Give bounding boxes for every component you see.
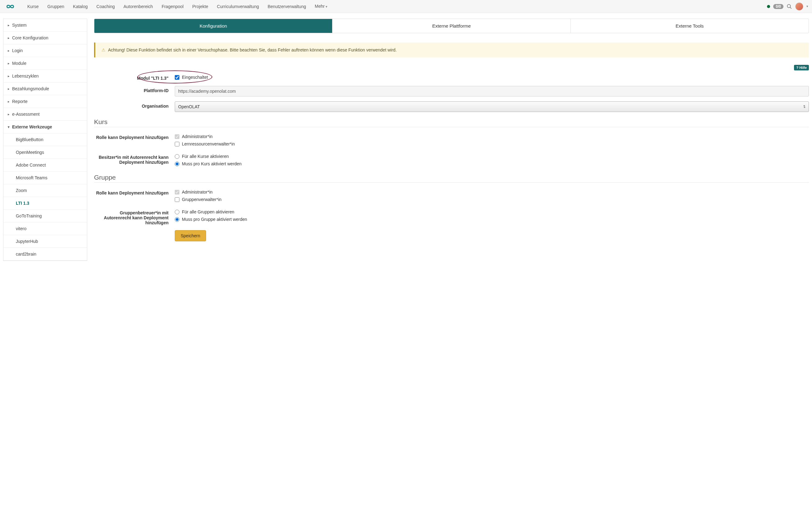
kurs-role-label: Rolle kann Deployment hinzufügen [94,133,175,140]
sidebar-sub-adobe-connect[interactable]: Adobe Connect [3,159,87,172]
organisation-label: Organisation [94,102,175,109]
module-enabled-checkbox[interactable]: Eingeschaltet [175,73,208,81]
sidebar: System Core Konfiguration Login Module L… [3,19,87,261]
kurs-role-lrv-label: Lernressourcenverwalter*in [182,142,235,146]
kurs-owner-per-label: Muss pro Kurs aktiviert werden [182,161,242,166]
nav-projekte[interactable]: Projekte [188,0,212,13]
kurs-owner-all[interactable]: Für alle Kurse aktivieren [175,152,809,160]
gruppe-coach-all-label: Für alle Gruppen aktivieren [182,210,234,214]
gruppe-coach-per[interactable]: Muss pro Gruppe aktiviert werden [175,216,809,223]
sidebar-item-lebenszyklen[interactable]: Lebenszyklen [3,70,87,83]
gruppe-role-grv[interactable]: Gruppenverwalter*in [175,196,809,203]
nav-curriculumverwaltung[interactable]: Curriculumverwaltung [213,0,263,13]
gruppe-role-admin-input[interactable] [175,190,179,195]
warning-text: Achtung! Diese Funktion befindet sich in… [108,48,397,52]
sidebar-sub-microsoft-teams[interactable]: Microsoft Teams [3,172,87,184]
gruppe-heading: Gruppe [94,174,809,181]
sidebar-item-reporte[interactable]: Reporte [3,95,87,108]
kurs-owner-label: Besitzer*in mit Autorenrecht kann Deploy… [94,152,175,165]
sidebar-sub-openmeetings[interactable]: OpenMeetings [3,146,87,159]
module-label: Modul "LTI 1.3" [94,73,175,80]
search-icon[interactable] [787,4,792,9]
sidebar-sub-zoom[interactable]: Zoom [3,184,87,197]
gruppe-role-admin[interactable]: Administrator*in [175,188,809,196]
gruppe-coach-all-input[interactable] [175,210,179,214]
sidebar-sub-card2brain[interactable]: card2brain [3,248,87,260]
module-enabled-input[interactable] [175,75,179,80]
tab-bar: Konfiguration Externe Plattforme Externe… [94,19,809,33]
nav-kurse[interactable]: Kurse [23,0,43,13]
sidebar-sub-jupyterhub[interactable]: JupyterHub [3,235,87,248]
kurs-role-lrv-input[interactable] [175,142,179,146]
kurs-owner-all-label: Für alle Kurse aktivieren [182,154,229,159]
tab-externe-plattforme[interactable]: Externe Plattforme [332,19,570,33]
nav-coaching[interactable]: Coaching [92,0,119,13]
save-button[interactable]: Speichern [175,230,206,241]
sidebar-item-bezahlungsmodule[interactable]: Bezahlungsmodule [3,83,87,95]
sidebar-sub-lti13[interactable]: LTI 1.3 [3,197,87,210]
help-button[interactable]: Hilfe [794,65,809,70]
module-enabled-label: Eingeschaltet [182,75,208,80]
svg-point-0 [787,4,791,8]
kurs-heading: Kurs [94,118,809,126]
counter-badge[interactable]: 0/0 [773,4,783,9]
infinity-logo-icon [4,2,17,11]
logo[interactable] [4,2,17,11]
kurs-owner-per[interactable]: Muss pro Kurs aktiviert werden [175,160,809,167]
nav-right: 0/0 ▾ [767,2,808,11]
status-indicator-icon [767,5,770,8]
tab-konfiguration[interactable]: Konfiguration [94,19,332,33]
gruppe-role-grv-input[interactable] [175,197,179,202]
platform-id-label: Plattform-ID [94,86,175,93]
warning-alert: ⚠ Achtung! Diese Funktion befindet sich … [94,42,809,57]
sidebar-item-system[interactable]: System [3,19,87,32]
platform-id-input[interactable] [175,86,809,96]
main-content: Konfiguration Externe Plattforme Externe… [94,19,809,246]
sidebar-sub-bigbluebutton[interactable]: BigBlueButton [3,133,87,146]
gruppe-role-grv-label: Gruppenverwalter*in [182,197,222,202]
nav-items: Kurse Gruppen Katalog Coaching Autorenbe… [23,0,767,13]
gruppe-role-label: Rolle kann Deployment hinzufügen [94,188,175,195]
nav-benutzerverwaltung[interactable]: Benutzerverwaltung [263,0,311,13]
kurs-role-admin-label: Administrator*in [182,134,213,139]
sidebar-item-e-assessment[interactable]: e-Assessment [3,108,87,121]
svg-line-1 [790,7,792,9]
nav-gruppen[interactable]: Gruppen [43,0,69,13]
nav-more[interactable]: Mehr [311,0,332,13]
kurs-role-lrv[interactable]: Lernressourcenverwalter*in [175,140,809,148]
gruppe-coach-all[interactable]: Für alle Gruppen aktivieren [175,208,809,216]
sidebar-sub-vitero[interactable]: vitero [3,222,87,235]
sidebar-item-login[interactable]: Login [3,44,87,57]
sidebar-item-core-konfiguration[interactable]: Core Konfiguration [3,32,87,44]
section-divider [94,182,809,183]
sidebar-sub-gototraining[interactable]: GoToTraining [3,210,87,222]
gruppe-coach-per-input[interactable] [175,217,179,222]
user-avatar[interactable] [795,2,803,11]
sidebar-item-externe-werkzeuge[interactable]: Externe Werkzeuge [3,121,87,133]
nav-katalog[interactable]: Katalog [69,0,92,13]
warning-icon: ⚠ [102,48,106,52]
gruppe-role-admin-label: Administrator*in [182,190,213,195]
user-menu-caret-icon[interactable]: ▾ [807,4,808,8]
organisation-select[interactable]: OpenOLAT [175,102,809,112]
kurs-owner-per-input[interactable] [175,162,179,166]
nav-fragenpool[interactable]: Fragenpool [157,0,188,13]
sidebar-item-module[interactable]: Module [3,57,87,70]
kurs-owner-all-input[interactable] [175,154,179,159]
kurs-role-admin-input[interactable] [175,134,179,139]
gruppe-coach-per-label: Muss pro Gruppe aktiviert werden [182,217,247,222]
kurs-role-admin[interactable]: Administrator*in [175,133,809,140]
tab-externe-tools[interactable]: Externe Tools [571,19,809,33]
gruppe-coach-label: Gruppenbetreuer*in mit Autorenrecht kann… [94,208,175,225]
nav-autorenbereich[interactable]: Autorenbereich [119,0,157,13]
top-navigation: Kurse Gruppen Katalog Coaching Autorenbe… [0,0,812,13]
